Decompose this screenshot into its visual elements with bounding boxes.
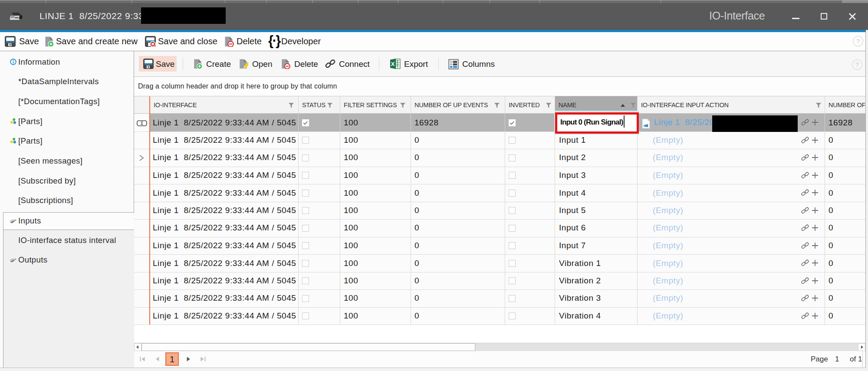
svg-text:?: ? [855,61,859,68]
svg-text:?: ? [856,37,860,45]
svg-text:X: X [391,61,395,67]
